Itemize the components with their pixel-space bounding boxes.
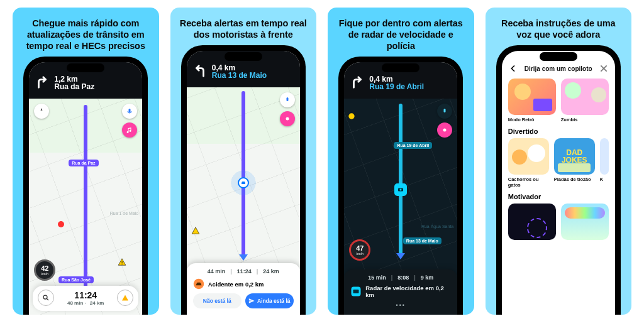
svg-point-9 bbox=[443, 129, 447, 132]
still-there-button[interactable]: Ainda está lá bbox=[245, 293, 294, 308]
eta-duration: 15 min bbox=[368, 274, 386, 281]
turn-street: Rua 13 de Maio bbox=[212, 72, 267, 80]
street-label: Rua Água Santa bbox=[421, 224, 453, 229]
panel-headline: Receba alertas em tempo real dos motoris… bbox=[170, 8, 317, 45]
turn-street: Rua da Paz bbox=[54, 83, 94, 91]
speed-camera-marker[interactable] bbox=[394, 183, 407, 196]
turn-left-icon bbox=[193, 65, 207, 79]
svg-rect-12 bbox=[353, 290, 359, 293]
svg-point-10 bbox=[349, 114, 355, 119]
street-chip: Rua 19 de Abril bbox=[394, 142, 432, 149]
alert-card[interactable]: 44 min| 11:24| 24 km Acidente em 0,2 km … bbox=[187, 263, 300, 315]
voice-tile-retro[interactable]: Modo Retrô bbox=[508, 79, 556, 122]
promo-panel-2: Receba alertas em tempo real dos motoris… bbox=[170, 8, 317, 315]
map-canvas[interactable]: 44 min| 11:24| 24 km Acidente em 0,2 km … bbox=[187, 87, 300, 315]
phone-frame: 1,2 km Rua da Paz Rua da Paz Rua 1 de Ma… bbox=[23, 57, 148, 315]
panel-headline: Chegue mais rápido com atualizações de t… bbox=[13, 8, 159, 57]
hazard-marker[interactable] bbox=[58, 221, 64, 227]
hazard-marker[interactable] bbox=[347, 112, 356, 121]
svg-rect-3 bbox=[286, 97, 288, 101]
speed-indicator: 47 km/h bbox=[349, 239, 370, 261]
turn-street: Rua 19 de Abril bbox=[369, 83, 424, 91]
phone-frame: Dirija com um copiloto Modo Retrô bbox=[496, 45, 621, 315]
eta-bar[interactable]: 11:24 48 min· 24 km bbox=[33, 286, 138, 311]
promo-panel-4: Receba instruções de uma voz que você ad… bbox=[486, 8, 632, 315]
alert-text: Radar de velocidade em 0,2 km bbox=[365, 285, 451, 298]
hazard-triangle-icon[interactable]: ! bbox=[118, 258, 126, 266]
voice-tile-peek[interactable]: K bbox=[600, 138, 609, 188]
report-button[interactable] bbox=[117, 290, 133, 306]
close-icon[interactable] bbox=[599, 63, 609, 73]
eta-duration: 44 min bbox=[208, 268, 226, 274]
driver-marker bbox=[238, 177, 249, 188]
street-chip: Rua da Paz bbox=[69, 160, 98, 166]
alert-card[interactable]: 15 min| 8:08| 9 km Radar de velocidade e… bbox=[344, 269, 457, 315]
section-label: Divertido bbox=[508, 128, 609, 135]
svg-point-2 bbox=[43, 295, 47, 299]
voice-tile-zumbis[interactable]: Zumbis bbox=[561, 79, 609, 122]
street-chip: Rua São José bbox=[58, 276, 94, 283]
eta-distance: 24 km bbox=[263, 268, 279, 274]
not-there-button[interactable]: Não está lá bbox=[193, 293, 242, 308]
eta-time: 8:08 bbox=[397, 274, 409, 281]
eta-distance: 9 km bbox=[421, 274, 434, 281]
svg-point-4 bbox=[286, 117, 289, 121]
panel-headline: Receba instruções de uma voz que você ad… bbox=[486, 8, 632, 45]
street-chip: Rua 13 de Maio bbox=[403, 237, 441, 244]
eta-time: 11:24 bbox=[237, 268, 252, 274]
turn-right-icon bbox=[350, 76, 364, 90]
svg-point-7 bbox=[400, 188, 402, 190]
map-canvas[interactable]: Rua 19 de Abril Rua 13 de Maio Rua Água … bbox=[344, 99, 457, 315]
svg-rect-8 bbox=[444, 109, 446, 112]
voice-tile-pets[interactable]: Cachorros ou gatos bbox=[508, 138, 549, 188]
promo-panel-3: Fique por dentro com alertas de radar de… bbox=[328, 8, 474, 315]
search-button[interactable] bbox=[38, 290, 54, 306]
voice-tile-dad-jokes[interactable]: DAD JOKES Piadas de tiozão bbox=[554, 138, 595, 188]
speed-camera-icon bbox=[350, 286, 362, 297]
eta-distance: 24 km bbox=[90, 300, 104, 306]
voice-tile-space[interactable] bbox=[508, 204, 556, 240]
accident-icon bbox=[193, 278, 204, 290]
street-label: Rua 1 de Maio bbox=[110, 211, 139, 215]
section-label: Motivador bbox=[508, 193, 609, 200]
promo-panel-1: Chegue mais rápido com atualizações de t… bbox=[13, 8, 159, 315]
voice-button[interactable] bbox=[280, 92, 295, 107]
sheet-title: Dirija com um copiloto bbox=[525, 65, 592, 72]
phone-frame: 0,4 km Rua 19 de Abril Rua 19 de Abril R… bbox=[338, 57, 463, 315]
map-canvas[interactable]: Rua da Paz Rua 1 de Maio ! bbox=[29, 99, 142, 315]
music-button[interactable] bbox=[280, 111, 295, 126]
svg-rect-1 bbox=[129, 109, 131, 112]
eta-duration: 48 min bbox=[67, 300, 83, 306]
eta-time: 11:24 bbox=[58, 290, 113, 300]
phone-frame: 0,4 km Rua 13 de Maio bbox=[181, 45, 306, 315]
speed-indicator: 42 km/h bbox=[34, 259, 55, 281]
panel-headline: Fique por dentro com alertas de radar de… bbox=[328, 8, 474, 57]
turn-right-icon bbox=[35, 76, 49, 90]
drag-handle-icon[interactable]: ••• bbox=[396, 302, 406, 308]
hazard-triangle-icon[interactable] bbox=[191, 226, 200, 235]
alert-text: Acidente em 0,2 km bbox=[208, 281, 264, 288]
back-icon[interactable] bbox=[508, 63, 518, 73]
svg-text:!: ! bbox=[121, 261, 123, 265]
voice-tile-rainbow[interactable] bbox=[561, 204, 609, 240]
